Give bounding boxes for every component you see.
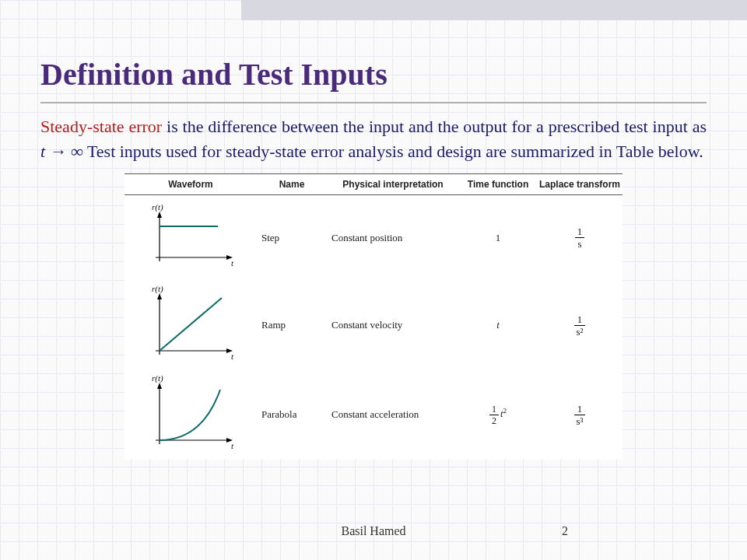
table-header-row: Waveform Name Physical interpretation Ti…: [124, 174, 622, 195]
svg-marker-1: [157, 212, 162, 218]
keyword-text: Steady-state error: [40, 117, 162, 136]
cell-timefn: 12t2: [459, 401, 537, 429]
axis-y-label: r(t): [152, 373, 163, 383]
slide-title: Definition and Test Inputs: [40, 56, 707, 102]
axis-y-label: r(t): [152, 284, 163, 294]
waveform-ramp: r(t) t: [124, 281, 257, 370]
cell-timefn: t: [459, 316, 537, 334]
cell-laplace: 1s: [537, 223, 622, 252]
col-laplace: Laplace transform: [537, 179, 622, 190]
body-part-2: Test inputs used for steady-state error …: [83, 142, 703, 161]
table-row: r(t) t Parabola Constant acceleration 12…: [124, 370, 622, 460]
page-number: 2: [562, 524, 568, 538]
slide-body: Definition and Test Inputs Steady-state …: [0, 0, 747, 460]
cell-interp: Constant acceleration: [327, 405, 459, 424]
body-part-1: is the difference between the input and …: [162, 117, 707, 136]
svg-marker-5: [157, 293, 162, 299]
cell-interp: Constant position: [327, 229, 459, 247]
cell-laplace: 1s²: [537, 311, 622, 340]
cell-name: Ramp: [257, 316, 327, 334]
waveform-parabola: r(t) t: [124, 370, 257, 460]
footer-author: Basil Hamed: [0, 524, 747, 538]
axis-x-label: t: [231, 441, 234, 450]
title-rule: [40, 102, 707, 103]
test-inputs-table: Waveform Name Physical interpretation Ti…: [124, 173, 622, 460]
axis-y-label: r(t): [152, 202, 163, 212]
decorative-top-bar: [241, 0, 747, 20]
body-paragraph: Steady-state error is the difference bet…: [40, 114, 707, 164]
waveform-step: r(t) t: [124, 199, 257, 277]
body-math: t → ∞: [40, 142, 83, 161]
cell-timefn: 1: [459, 229, 537, 247]
cell-name: Step: [257, 229, 327, 247]
col-interp: Physical interpretation: [327, 179, 459, 190]
table-row: r(t) t Ramp Constant velocity t 1s²: [124, 281, 622, 370]
axis-x-label: t: [231, 352, 234, 361]
svg-marker-9: [157, 383, 162, 389]
col-name: Name: [257, 179, 327, 190]
table-row: r(t) t Step Constant position 1 1s: [124, 195, 622, 281]
col-waveform: Waveform: [124, 179, 257, 190]
cell-laplace: 1s³: [537, 401, 622, 429]
cell-interp: Constant velocity: [327, 316, 459, 334]
cell-name: Parabola: [257, 405, 327, 424]
axis-x-label: t: [231, 258, 234, 268]
col-timefn: Time function: [459, 179, 537, 190]
